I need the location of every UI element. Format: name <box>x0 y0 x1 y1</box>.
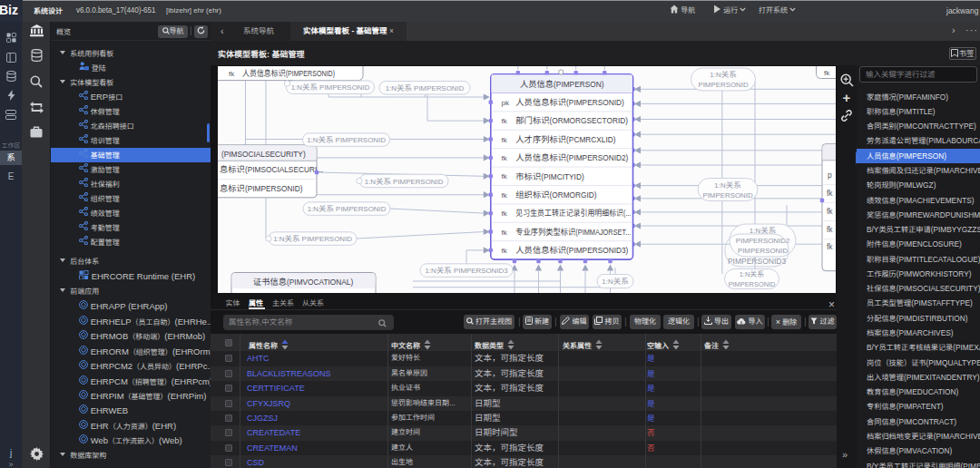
svg-text:人员信息标识(PIMPERSONID): 人员信息标识(PIMPERSONID) <box>515 98 624 107</box>
svg-text:PIMPERSONID3: PIMPERSONID3 <box>728 257 787 266</box>
svg-text:fk: fk <box>827 189 833 198</box>
svg-text:fk: fk <box>827 225 833 234</box>
svg-text:1:N关系 PIMPERSONID: 1:N关系 PIMPERSONID <box>307 135 386 144</box>
svg-text:专业序列类型标识(PIMMAJORSET...: 专业序列类型标识(PIMMAJORSET... <box>515 228 631 237</box>
svg-text:p: p <box>828 171 832 180</box>
svg-text:fk: fk <box>502 210 508 218</box>
svg-text:pk: pk <box>502 99 510 107</box>
svg-text:1:N关系: 1:N关系 <box>714 180 740 190</box>
svg-text:组织标识(ORMORGID): 组织标识(ORMORGID) <box>515 190 597 200</box>
svg-text:1:N关系 PIMPERSONID: 1:N关系 PIMPERSONID <box>386 83 465 93</box>
svg-text:1:N关系 PIMPERSONID: 1:N关系 PIMPERSONID <box>273 234 352 243</box>
svg-text:1:N关系: 1:N关系 <box>602 277 628 286</box>
svg-text:1:N关系 PIMPERSONID3: 1:N关系 PIMPERSONID3 <box>425 266 508 275</box>
svg-text:息标识(PIMPERSONID): 息标识(PIMPERSONID) <box>220 184 303 193</box>
svg-text:部门标识(ORMORGSECTORID): 部门标识(ORMORGSECTORID) <box>515 116 628 125</box>
svg-text:fk: fk <box>502 136 508 144</box>
svg-text:人员信息标识(PIMPERSONID): 人员信息标识(PIMPERSONID) <box>242 69 335 78</box>
svg-text:fk: fk <box>824 69 830 77</box>
svg-text:1:N关系: 1:N关系 <box>740 270 765 278</box>
svg-text:fk: fk <box>502 154 508 162</box>
svg-text:(PIMSOCIALSECURITY): (PIMSOCIALSECURITY) <box>221 150 306 159</box>
svg-text:人员信息标识(PIMPERSONID3): 人员信息标识(PIMPERSONID3) <box>515 246 628 255</box>
svg-text:PIMPERSONID: PIMPERSONID <box>698 81 749 89</box>
svg-text:1:N关系 PIMPERSONID: 1:N关系 PIMPERSONID <box>291 83 370 92</box>
svg-text:PIMPERSONID2: PIMPERSONID2 <box>736 237 790 245</box>
svg-text:人员信息(PIMPERSON): 人员信息(PIMPERSON) <box>520 80 604 89</box>
svg-text:fk: fk <box>502 172 508 180</box>
svg-text:PIMPERSONID: PIMPERSONID <box>702 191 753 200</box>
svg-text:1:N关系 PIMPERSONID: 1:N关系 PIMPERSONID <box>365 177 444 186</box>
svg-text:市标识(PIMCITYID): 市标识(PIMCITYID) <box>515 172 584 181</box>
svg-text:fk: fk <box>827 242 833 251</box>
svg-text:fk: fk <box>502 191 508 200</box>
svg-text:人才序列标识(PCMRCXLID): 人才序列标识(PCMRCXLID) <box>515 135 615 144</box>
svg-text:人员信息标识(PIMPERSONID2): 人员信息标识(PIMPERSONID2) <box>515 153 628 162</box>
svg-text:息标识(PIMSOCIALSECURI...: 息标识(PIMSOCIALSECURI... <box>220 165 323 174</box>
svg-text:1:N关系 PIMPERSONID: 1:N关系 PIMPERSONID <box>308 204 387 213</box>
svg-text:PIMPERSONID: PIMPERSONID <box>729 280 776 288</box>
svg-text:1:N关系: 1:N关系 <box>710 70 736 79</box>
svg-text:fk: fk <box>827 207 833 216</box>
svg-text:fk: fk <box>502 247 508 255</box>
svg-text:见习生员工转正记录引用明细标识(...: 见习生员工转正记录引用明细标识(... <box>515 209 631 218</box>
svg-text:fk: fk <box>502 117 508 125</box>
svg-text:fk: fk <box>502 229 508 237</box>
svg-text:PIMPERSONID: PIMPERSONID <box>738 247 789 255</box>
svg-text:fk: fk <box>229 70 235 78</box>
svg-text:证书信息(PIMVOCATIONAL): 证书信息(PIMVOCATIONAL) <box>253 278 354 287</box>
